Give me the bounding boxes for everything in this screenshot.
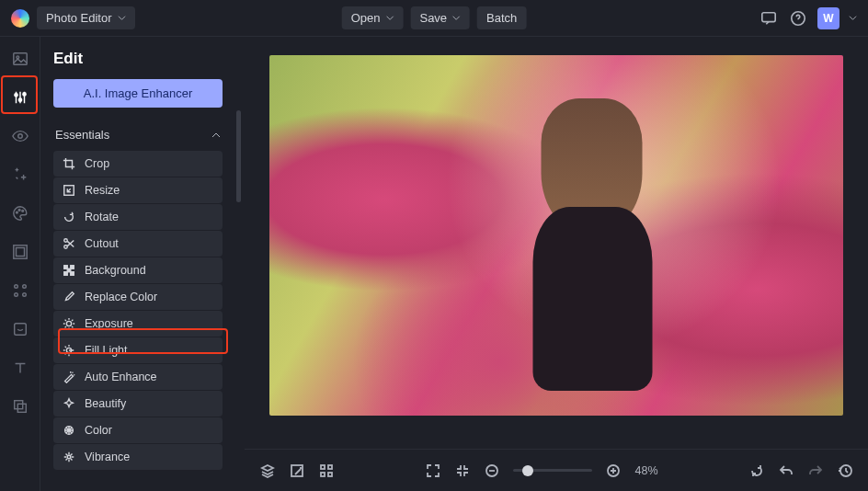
chevron-down-icon — [452, 14, 461, 22]
tool-label: Fill Light — [85, 344, 128, 357]
svg-rect-19 — [17, 404, 26, 412]
rail-retouch[interactable] — [9, 318, 31, 340]
droplet-icon — [63, 424, 75, 437]
layers-icon — [260, 463, 275, 478]
svg-point-16 — [22, 293, 26, 297]
zoom-slider[interactable] — [513, 469, 592, 472]
svg-rect-32 — [291, 465, 303, 476]
tool-background[interactable]: Background — [53, 257, 223, 283]
svg-rect-0 — [762, 12, 775, 21]
svg-point-22 — [64, 246, 68, 249]
tool-rotate[interactable]: Rotate — [53, 204, 223, 230]
topbar: Photo Editor Open Save Batch W — [0, 0, 868, 37]
rail-adjust[interactable] — [9, 86, 31, 108]
redo-button[interactable] — [807, 462, 824, 479]
undo-icon — [779, 463, 794, 478]
svg-rect-27 — [71, 272, 74, 276]
tool-color[interactable]: Color — [53, 417, 223, 443]
reset-button[interactable] — [748, 462, 765, 479]
open-button[interactable]: Open — [342, 6, 404, 29]
tool-vibrance[interactable]: Vibrance — [53, 444, 223, 470]
section-essentials-header[interactable]: Essentials — [53, 124, 223, 145]
layers-button[interactable] — [259, 462, 276, 479]
rail-effects[interactable] — [9, 164, 31, 186]
maximize-icon — [426, 463, 440, 478]
tool-auto-enhance[interactable]: Auto Enhance — [53, 364, 223, 390]
tool-crop[interactable]: Crop — [53, 151, 223, 177]
sun-icon — [63, 317, 75, 330]
crop-icon — [63, 157, 75, 170]
tool-label: Rotate — [85, 211, 119, 223]
rail-text[interactable] — [9, 357, 31, 379]
tool-label: Exposure — [85, 317, 133, 330]
tool-exposure[interactable]: Exposure — [53, 311, 223, 337]
user-avatar[interactable]: W — [817, 7, 839, 29]
sparkle-icon — [12, 166, 29, 183]
rail-image[interactable] — [9, 48, 31, 70]
tool-resize[interactable]: Resize — [53, 177, 223, 203]
redo-icon — [808, 463, 823, 478]
zoom-out-button[interactable] — [484, 462, 500, 479]
sparkle-icon — [63, 397, 75, 410]
feedback-button[interactable] — [759, 8, 779, 29]
refresh-icon — [749, 463, 764, 478]
grid-icon — [319, 463, 334, 478]
zoom-in-button[interactable] — [605, 462, 622, 479]
main-layout: Edit A.I. Image Enhancer Essentials Crop… — [0, 37, 868, 491]
chevron-down-icon — [385, 14, 394, 22]
svg-point-8 — [16, 211, 17, 213]
bottombar-left — [259, 462, 335, 479]
tool-beautify[interactable]: Beautify — [53, 391, 223, 417]
grid-button[interactable] — [318, 462, 335, 479]
app-menu-button[interactable]: Photo Editor — [37, 6, 135, 29]
essentials-tool-list: Crop Resize Rotate Cutout Background Rep… — [53, 151, 223, 470]
canvas-viewport[interactable] — [245, 37, 868, 449]
rail-elements[interactable] — [9, 395, 31, 417]
zoom-slider-thumb[interactable] — [522, 465, 533, 476]
tool-replace-color[interactable]: Replace Color — [53, 284, 223, 310]
svg-point-4 — [14, 94, 17, 97]
image-icon — [12, 51, 29, 67]
svg-point-7 — [17, 134, 22, 139]
tool-label: Beautify — [85, 397, 126, 410]
svg-point-6 — [22, 93, 25, 96]
scissors-icon — [63, 237, 75, 250]
undo-button[interactable] — [778, 462, 794, 479]
eyedropper-icon — [63, 291, 75, 303]
tool-label: Resize — [85, 184, 120, 197]
rail-eye[interactable] — [9, 125, 31, 147]
rail-palette[interactable] — [9, 202, 31, 224]
text-icon — [12, 360, 29, 376]
fit-button[interactable] — [454, 462, 471, 479]
svg-rect-2 — [13, 53, 26, 65]
sliders-icon — [12, 89, 29, 106]
minimize-icon — [455, 463, 470, 478]
svg-rect-17 — [14, 324, 26, 336]
tool-cutout[interactable]: Cutout — [53, 231, 223, 257]
rail-overlay[interactable] — [9, 280, 31, 302]
tool-fill-light[interactable]: Fill Light — [53, 337, 223, 363]
svg-rect-34 — [328, 465, 332, 469]
ai-image-enhancer-button[interactable]: A.I. Image Enhancer — [53, 79, 223, 108]
history-button[interactable] — [837, 462, 853, 479]
save-button[interactable]: Save — [410, 6, 470, 29]
fullscreen-button[interactable] — [425, 462, 441, 479]
batch-label: Batch — [486, 11, 517, 25]
compare-icon — [290, 463, 304, 478]
vibrance-icon — [63, 451, 75, 463]
compare-button[interactable] — [289, 462, 305, 479]
canvas-area: 48% — [245, 37, 868, 491]
batch-button[interactable]: Batch — [477, 6, 526, 29]
svg-point-13 — [14, 285, 17, 289]
tool-label: Auto Enhance — [85, 371, 157, 383]
grid-icon — [12, 282, 29, 299]
svg-point-10 — [21, 210, 23, 211]
resize-icon — [63, 184, 75, 197]
chevron-down-icon[interactable] — [849, 14, 857, 22]
sidebar-scrollbar[interactable] — [236, 110, 241, 202]
open-label: Open — [351, 11, 381, 25]
plus-circle-icon — [606, 463, 621, 478]
rail-frame[interactable] — [9, 241, 31, 263]
frame-icon — [12, 244, 29, 260]
help-button[interactable] — [788, 8, 808, 29]
